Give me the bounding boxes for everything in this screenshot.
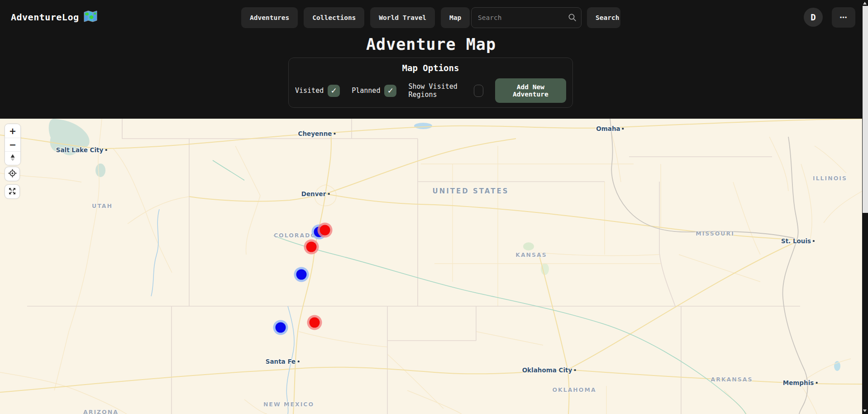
app-title: AdventureLog (11, 12, 79, 23)
planned-marker[interactable] (276, 323, 286, 333)
map-options-title: Map Options (289, 63, 572, 73)
city-label-denver: Denver (301, 190, 330, 197)
scroll-down-arrow-icon[interactable] (863, 409, 867, 412)
visited-marker[interactable] (310, 318, 320, 328)
country-label: UNITED STATES (432, 187, 509, 195)
search-button[interactable]: Search (587, 7, 620, 28)
adventurelog-app: AdventureLog Adventures Collections Worl… (0, 0, 868, 414)
city-dot (328, 193, 329, 195)
header: AdventureLog Adventures Collections Worl… (0, 0, 862, 119)
toggle-visited-label: Visited (295, 87, 324, 95)
zoom-in-button[interactable]: + (5, 124, 20, 138)
state-label-new-mexico: NEW MEXICO (263, 401, 314, 408)
state-label-arizona: ARIZONA (83, 409, 119, 414)
rivers (151, 119, 808, 414)
city-dot (813, 240, 815, 242)
city-label-salt-lake-city: Salt Lake City (56, 146, 107, 154)
visited-checkbox[interactable]: ✓ (328, 85, 340, 97)
search-icon (568, 13, 577, 24)
scrollbar-thumb[interactable] (863, 6, 868, 213)
visited-marker[interactable] (306, 242, 317, 252)
city-dot (105, 149, 107, 151)
city-label-st-louis: St. Louis (781, 237, 815, 245)
city-dot (574, 369, 576, 371)
search-field (471, 7, 582, 28)
toggle-show-regions: Show Visited Regions (408, 82, 483, 99)
fullscreen-button[interactable] (5, 184, 20, 199)
map-options-row: Visited ✓ Planned ✓ Show Visited Regions… (289, 78, 572, 103)
world-map-icon (84, 10, 97, 24)
compass-button[interactable] (5, 151, 20, 165)
plus-icon: + (9, 127, 16, 135)
city-label-oklahoma-city: Oklahoma City (522, 366, 576, 374)
map-canvas[interactable]: UNITED STATES UTAHCOLORADOKANSASMISSOURI… (0, 119, 862, 414)
toggle-planned: Planned ✓ (352, 85, 396, 97)
search-input[interactable] (471, 7, 582, 28)
minus-icon: − (9, 140, 16, 149)
avatar[interactable]: D (804, 8, 823, 27)
city-dot (816, 382, 817, 384)
visited-marker[interactable] (320, 225, 330, 236)
city-label-omaha: Omaha (596, 125, 624, 132)
basemap-art (0, 119, 862, 414)
state-borders (27, 119, 800, 414)
planned-checkbox[interactable]: ✓ (384, 85, 396, 97)
toggle-planned-label: Planned (352, 87, 380, 95)
planned-marker[interactable] (296, 270, 307, 280)
map-options-card: Map Options Visited ✓ Planned ✓ Show Vis… (288, 58, 573, 108)
state-label-utah: UTAH (92, 202, 113, 209)
geolocate-button[interactable] (5, 167, 20, 181)
nav-links: Adventures Collections World Travel Map (241, 7, 496, 28)
minor-roads (0, 119, 862, 414)
more-menu-button[interactable]: ••• (832, 7, 855, 28)
page-scrollbar[interactable] (862, 0, 868, 414)
city-dot (297, 361, 299, 362)
geolocate-icon (8, 169, 17, 179)
fullscreen-icon (8, 187, 16, 197)
city-dot (622, 128, 624, 130)
city-dot (334, 133, 336, 135)
toggle-visited: Visited ✓ (295, 85, 340, 97)
nav-adventures[interactable]: Adventures (241, 7, 298, 28)
state-label-kansas: KANSAS (515, 251, 547, 258)
toggle-show-regions-label: Show Visited Regions (408, 82, 470, 99)
zoom-out-button[interactable]: − (5, 138, 20, 151)
avatar-initial: D (811, 12, 816, 22)
city-label-cheyenne: Cheyenne (298, 130, 335, 137)
nav-collections[interactable]: Collections (304, 7, 364, 28)
compass-icon (9, 154, 17, 163)
nav-world-travel[interactable]: World Travel (370, 7, 435, 28)
major-roads (0, 119, 862, 414)
state-label-colorado: COLORADO (274, 232, 316, 239)
state-label-oklahoma: OKLAHOMA (552, 386, 596, 393)
show-regions-checkbox[interactable] (474, 85, 483, 97)
scroll-up-arrow-icon[interactable] (863, 2, 867, 5)
zoom-control-group: + − (5, 124, 21, 165)
add-new-adventure-button[interactable]: Add New Adventure (495, 78, 566, 103)
state-label-missouri: MISSOURI (696, 230, 734, 237)
app-logo[interactable]: AdventureLog (11, 0, 97, 34)
city-label-memphis: Memphis (783, 379, 818, 386)
state-label-arkansas: ARKANSAS (711, 376, 753, 383)
ellipsis-icon: ••• (840, 14, 848, 21)
page-title: Adventure Map (0, 35, 862, 53)
city-label-santa-fe: Santa Fe (266, 358, 300, 365)
state-label-illinois: ILLINOIS (813, 175, 847, 182)
nav-map[interactable]: Map (441, 7, 470, 28)
